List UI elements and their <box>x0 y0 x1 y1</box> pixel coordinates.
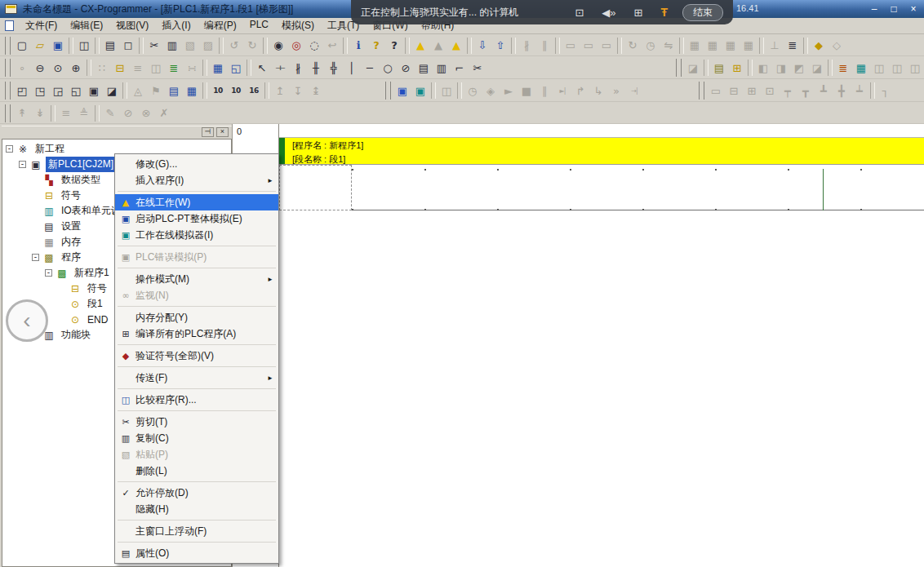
cancel-edit-button[interactable]: ⊗ <box>137 105 155 122</box>
indent-comment-button[interactable]: ↟ <box>13 105 31 122</box>
open-button[interactable]: ▱ <box>31 38 49 54</box>
address-monitor-button[interactable]: ▦ <box>183 82 201 99</box>
symbol-bar-button[interactable]: ⊟ <box>111 60 129 76</box>
transfer-view-button[interactable]: ◪ <box>684 60 702 76</box>
download-to-plc-button[interactable]: ⇩ <box>473 38 491 54</box>
force-cancel-button[interactable]: ↨ <box>307 82 325 99</box>
find-report-button[interactable]: ▲ <box>447 38 465 54</box>
menu-hide[interactable]: 隐藏(H) <box>115 501 278 517</box>
list-view-button[interactable]: ≡ <box>57 105 75 122</box>
compile-button[interactable]: ▲ <box>411 38 429 54</box>
tree-expander[interactable] <box>32 176 39 184</box>
remote-side-panel-toggle[interactable]: ‹ <box>6 299 48 342</box>
menu-work-online-simulator[interactable]: ▣ 工作在线模拟器(I) <box>115 227 278 243</box>
menu-insert-program[interactable]: 插入程序(I) ► <box>115 172 278 188</box>
work-online-simulator-button[interactable]: ▣ <box>393 82 411 99</box>
close-panel-button[interactable]: × <box>216 127 229 137</box>
about-button[interactable]: ℹ <box>349 38 367 54</box>
outline-view-button[interactable]: ≜ <box>75 105 93 122</box>
pause-monitor-button[interactable]: ∥ <box>535 38 553 54</box>
restore-button[interactable]: □ <box>888 2 900 16</box>
copy-button[interactable]: ▥ <box>163 38 181 54</box>
transfer-memory-button[interactable]: ▭ <box>580 38 597 54</box>
menu-operating-mode[interactable]: 操作模式(M) ► <box>115 271 278 287</box>
menu-transfer[interactable]: 传送(F) ► <box>115 370 278 386</box>
fb-instance-button[interactable]: ⊟ <box>725 82 743 99</box>
bit-monitor-button[interactable]: ▦ <box>852 60 870 76</box>
paste-special-button[interactable]: ▨ <box>199 38 217 54</box>
sim-continuous-button[interactable]: » <box>607 82 625 99</box>
find-replace-button[interactable]: ◌ <box>305 38 323 54</box>
forced-status-button[interactable]: ◫ <box>870 60 888 76</box>
dock-pin-button[interactable]: ⊣ <box>202 127 214 137</box>
menu-start-plc-pt-simulation[interactable]: ▣ 启动PLC-PT整体模拟(E) <box>115 210 278 227</box>
net-branch-button[interactable]: ┳ <box>797 82 815 99</box>
net-end-button[interactable]: ┷ <box>851 82 868 99</box>
rack-view-button[interactable]: ≣ <box>784 38 802 54</box>
sim-run-to-end-button[interactable]: →| <box>625 82 643 99</box>
mdi-document-icon[interactable] <box>5 20 14 31</box>
menu-cut[interactable]: ✂ 剪切(T) <box>115 414 278 430</box>
fullscreen-button[interactable]: ⊡ <box>575 7 584 19</box>
open-coil-button[interactable]: ○ <box>379 60 397 76</box>
instruction-button[interactable]: ▤ <box>415 60 433 76</box>
force-on-button[interactable]: ↥ <box>271 82 289 99</box>
zoom-reset-button[interactable]: ⊙ <box>49 60 67 76</box>
cut-button[interactable]: ✂ <box>145 38 163 54</box>
force-off-button[interactable]: ↧ <box>289 82 307 99</box>
vertical-line-button[interactable]: │ <box>343 60 361 76</box>
tree-expander[interactable] <box>58 285 65 292</box>
menu-properties[interactable]: ▤ 属性(O) <box>115 545 278 561</box>
zoom-in-button[interactable]: ⊕ <box>67 60 85 76</box>
menu-copy[interactable]: ▥ 复制(C) <box>115 430 278 446</box>
tree-expander[interactable] <box>58 300 65 308</box>
help-button[interactable]: ? <box>367 38 385 54</box>
fb-io-button[interactable]: ⊞ <box>743 82 761 99</box>
find-button[interactable]: ◉ <box>269 38 287 54</box>
menu-memory-allocation[interactable]: 内存分配(Y) <box>115 309 278 326</box>
tree-expander[interactable]: - <box>19 161 26 168</box>
menubar-plc[interactable]: PLC <box>243 17 275 34</box>
ladder-cursor-cell[interactable] <box>279 165 352 210</box>
online-edit-send-button[interactable]: ◇ <box>828 38 846 54</box>
menu-allow-docking[interactable]: ✓ 允许停放(D) <box>115 485 278 501</box>
open-contact-or-button[interactable]: ╫ <box>307 60 325 76</box>
menu-float-on-main-window[interactable]: 主窗口上浮动(F) <box>115 523 278 539</box>
menu-delete[interactable]: 删除(L) <box>115 463 278 479</box>
window-split-button[interactable]: ◱ <box>67 82 85 99</box>
upload-from-plc-button[interactable]: ⇧ <box>491 38 509 54</box>
sim-mode-button[interactable]: ◈ <box>482 82 500 99</box>
minimize-button[interactable]: – <box>868 2 880 16</box>
address-reference-button[interactable]: ▦ <box>209 60 227 76</box>
decimal-display-button[interactable]: 10 <box>209 82 227 99</box>
new-file-button[interactable]: ▢ <box>13 38 31 54</box>
menu-monitor[interactable]: ∞ 监视(N) <box>115 287 278 303</box>
sim-run-button[interactable]: ◷ <box>464 82 482 99</box>
menubar-insert[interactable]: 插入(I) <box>155 17 197 34</box>
find-bit-address-button[interactable]: ◬ <box>129 82 147 99</box>
data-trace-button[interactable]: ▦ <box>722 38 740 54</box>
grid-toggle-button[interactable]: ∷ <box>93 60 111 76</box>
stack-online-button[interactable]: ▤ <box>710 60 728 76</box>
zoom-fit-button[interactable]: ∘ <box>13 60 31 76</box>
io-table-button[interactable]: ▦ <box>686 38 704 54</box>
sim-pause-button[interactable]: ∥ <box>535 82 553 99</box>
select-tool-button[interactable]: ↖ <box>253 60 271 76</box>
menubar-simulation[interactable]: 模拟(S) <box>275 17 321 34</box>
replace-symbol-button[interactable]: ◎ <box>287 38 305 54</box>
time-chart-button[interactable]: ▦ <box>740 38 757 54</box>
sim-play-button[interactable]: ► <box>500 82 518 99</box>
symbol-down-button[interactable]: ◪ <box>808 60 826 76</box>
fb-define-button[interactable]: ▭ <box>707 82 725 99</box>
window-float-button[interactable]: ▣ <box>85 82 103 99</box>
tree-expander[interactable] <box>32 223 39 230</box>
tree-expander[interactable] <box>32 192 39 199</box>
redo-button[interactable]: ↻ <box>243 38 261 54</box>
differential-monitor-button[interactable]: ≣ <box>834 60 852 76</box>
speaker-button[interactable]: ◀» <box>602 7 615 19</box>
close-button[interactable]: × <box>908 2 919 16</box>
clock-sync-button[interactable]: ◷ <box>642 38 660 54</box>
monitor-view-button[interactable]: ◫ <box>147 60 165 76</box>
find-in-project-button[interactable]: ◫ <box>75 38 93 54</box>
io-comment-button[interactable]: ⊞ <box>728 60 746 76</box>
